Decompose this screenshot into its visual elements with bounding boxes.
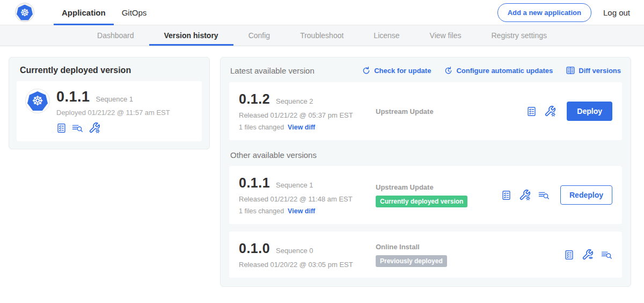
add-application-button[interactable]: Add a new application — [497, 3, 591, 22]
other-versions-heading: Other available versions — [230, 150, 621, 160]
deploy-logs-icon[interactable] — [538, 190, 550, 200]
preflight-checks-icon[interactable] — [56, 123, 67, 133]
released-timestamp: Released 01/20/22 @ 03:05 pm EST — [239, 261, 376, 269]
edit-config-icon[interactable] — [519, 189, 531, 201]
subnav-license[interactable]: License — [358, 25, 414, 46]
subnav-registry-settings[interactable]: Registry settings — [477, 25, 562, 46]
refresh-icon — [362, 66, 371, 75]
deployed-timestamp: Deployed 01/21/22 @ 11:57 am EST — [56, 109, 170, 117]
version-row: 0.1.0 Sequence 0 Released 01/20/22 @ 03:… — [229, 232, 622, 278]
subnav-troubleshoot[interactable]: Troubleshoot — [285, 25, 358, 46]
sequence-label: Sequence 1 — [276, 181, 313, 189]
diff-versions-label: Diff versions — [579, 67, 621, 75]
kubernetes-helm-icon: ☸ — [17, 5, 33, 20]
edit-config-icon[interactable] — [89, 122, 100, 134]
tab-gitops[interactable]: GitOps — [114, 0, 155, 25]
status-badge: Previously deployed — [376, 255, 447, 267]
configure-automatic-updates-link[interactable]: Configure automatic updates — [444, 66, 553, 75]
preflight-checks-icon[interactable] — [564, 250, 574, 260]
app-logo: ☸ — [25, 89, 50, 113]
sequence-label: Sequence 0 — [276, 247, 313, 255]
check-for-update-label: Check for update — [374, 67, 431, 75]
tab-application[interactable]: Application — [54, 0, 114, 25]
app-subnav: Dashboard Version history Config Trouble… — [0, 25, 644, 46]
version-number: 0.1.1 — [239, 175, 270, 191]
preflight-checks-icon[interactable] — [526, 106, 537, 117]
deploy-logs-icon[interactable] — [601, 250, 612, 260]
subnav-config[interactable]: Config — [233, 25, 285, 46]
top-tabs: Application GitOps — [54, 0, 155, 25]
version-row: 0.1.1 Sequence 1 Released 01/21/22 @ 11:… — [229, 166, 622, 224]
kubernetes-helm-icon: ☸ — [27, 91, 48, 111]
configure-automatic-updates-label: Configure automatic updates — [456, 67, 553, 75]
topbar-right: Add a new application Log out — [497, 3, 644, 22]
deploy-button[interactable]: Deploy — [567, 102, 612, 121]
status-badge: Currently deployed version — [376, 196, 467, 207]
redeploy-button[interactable]: Redeploy — [560, 185, 612, 205]
deployed-version-tile: ☸ 0.1.1 Sequence 1 Deployed 01/21/22 @ 1… — [17, 81, 202, 141]
sequence-label: Sequence 2 — [276, 97, 313, 105]
released-timestamp: Released 01/21/22 @ 11:48 am EST — [239, 195, 376, 203]
subnav-dashboard[interactable]: Dashboard — [82, 25, 149, 46]
version-source-label: Upstream Update — [376, 107, 521, 116]
latest-version-heading: Latest available version — [230, 66, 314, 75]
view-diff-link[interactable]: View diff — [288, 207, 315, 215]
deployed-sequence-label: Sequence 1 — [96, 95, 133, 103]
currently-deployed-card: Currently deployed version ☸ 0.1.1 Seque… — [9, 57, 210, 149]
logout-button[interactable]: Log out — [603, 8, 630, 17]
version-source-label: Upstream Update — [376, 183, 496, 191]
panel-actions: Check for update Configure automatic upd… — [362, 66, 621, 75]
deployed-card-title: Currently deployed version — [20, 66, 199, 75]
subnav-view-files[interactable]: View files — [415, 25, 477, 46]
edit-config-icon[interactable] — [544, 105, 556, 117]
schedule-update-icon — [444, 66, 453, 75]
kubernetes-logo: ☸ — [15, 3, 34, 22]
version-number: 0.1.0 — [239, 241, 270, 256]
deploy-logs-icon[interactable] — [72, 123, 83, 133]
released-timestamp: Released 01/21/22 @ 05:37 pm EST — [239, 111, 376, 119]
subnav-version-history[interactable]: Version history — [149, 25, 233, 46]
view-config-icon[interactable] — [582, 249, 594, 261]
files-changed-label: 1 files changed — [239, 124, 284, 131]
deployed-version-number: 0.1.1 — [56, 89, 90, 105]
version-row: 0.1.2 Sequence 2 Released 01/21/22 @ 05:… — [229, 82, 622, 140]
diff-versions-link[interactable]: Diff versions — [566, 66, 621, 75]
version-number: 0.1.2 — [239, 91, 270, 107]
preflight-checks-icon[interactable] — [501, 190, 511, 200]
check-for-update-link[interactable]: Check for update — [362, 66, 431, 75]
diff-versions-icon — [566, 66, 575, 75]
files-changed-label: 1 files changed — [239, 207, 284, 215]
view-diff-link[interactable]: View diff — [288, 124, 315, 131]
main-content: Currently deployed version ☸ 0.1.1 Seque… — [0, 46, 644, 287]
topbar: ☸ Application GitOps Add a new applicati… — [0, 0, 644, 25]
version-history-panel: Latest available version Check for updat… — [220, 57, 631, 287]
version-source-label: Online Install — [376, 243, 559, 251]
